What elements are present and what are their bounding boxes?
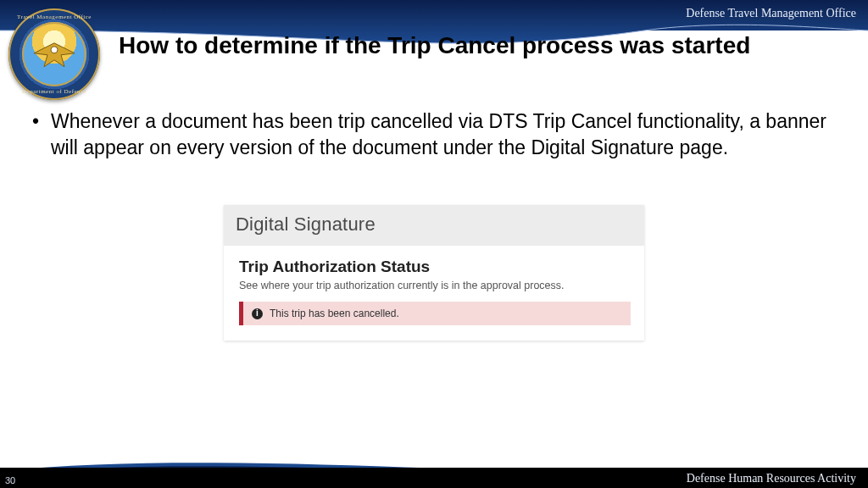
eagle-icon: [29, 38, 80, 79]
seal-bottom-text: Department of Defense: [8, 88, 100, 95]
alert-text: This trip has been cancelled.: [270, 308, 399, 319]
svg-point-0: [51, 47, 58, 53]
page-number: 30: [5, 475, 15, 485]
slide-body: Whenever a document has been trip cancel…: [32, 108, 836, 161]
seal-top-text: Travel Management Office: [8, 14, 100, 20]
ds-status-subtext: See where your trip authorization curren…: [239, 280, 631, 291]
slide: Defense Travel Management Office Travel …: [0, 0, 868, 488]
info-icon: i: [252, 308, 263, 319]
ds-section-header: Digital Signature: [224, 205, 644, 246]
header-org-label: Defense Travel Management Office: [686, 7, 856, 20]
bullet-item: Whenever a document has been trip cancel…: [32, 108, 836, 161]
dod-seal-logo: Travel Management Office Department of D…: [8, 8, 100, 100]
ds-status-title: Trip Authorization Status: [239, 258, 631, 276]
trip-cancelled-banner: i This trip has been cancelled.: [239, 302, 631, 325]
slide-title: How to determine if the Trip Cancel proc…: [119, 32, 843, 59]
digital-signature-screenshot: Digital Signature Trip Authorization Sta…: [224, 205, 644, 341]
footer-org-label: Defense Human Resources Activity: [687, 472, 856, 485]
